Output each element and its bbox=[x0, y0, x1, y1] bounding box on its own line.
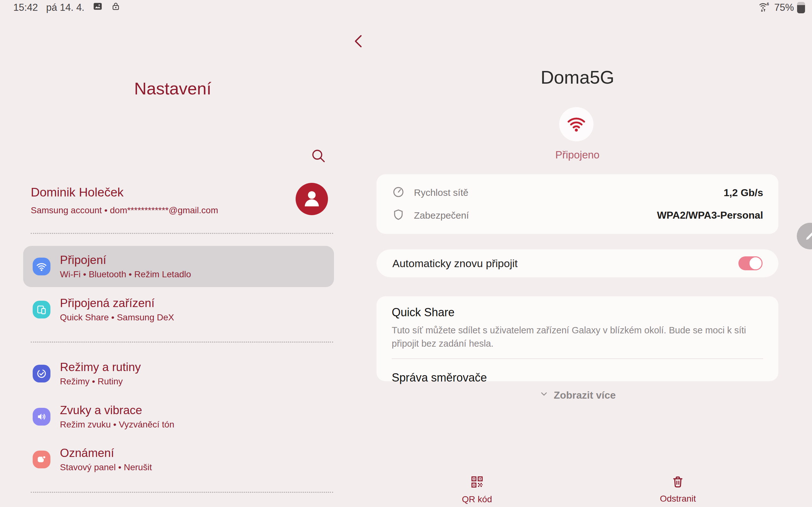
forget-network-label: Odstranit bbox=[660, 494, 696, 504]
menu-item-subtitle: Režim zvuku • Vyzváněcí tón bbox=[60, 419, 174, 430]
security-row: Zabezpečení WPA2/WPA3-Personal bbox=[392, 208, 763, 223]
chevron-down-icon bbox=[539, 389, 549, 401]
qr-code-button[interactable]: QR kód bbox=[376, 475, 577, 504]
auto-reconnect-toggle[interactable] bbox=[739, 257, 763, 270]
battery-percent: 75% bbox=[774, 2, 794, 13]
auto-reconnect-label: Automaticky znovu připojit bbox=[392, 257, 518, 270]
security-value: WPA2/WPA3-Personal bbox=[657, 210, 763, 221]
qr-code-label: QR kód bbox=[462, 494, 492, 504]
svg-text:6: 6 bbox=[767, 2, 769, 6]
divider bbox=[31, 233, 333, 234]
modes-icon bbox=[33, 365, 50, 383]
menu-item-subtitle: Quick Share • Samsung DeX bbox=[60, 313, 174, 323]
show-more-button[interactable]: Zobrazit více bbox=[376, 389, 778, 401]
speedometer-icon bbox=[392, 185, 405, 200]
router-management-item[interactable]: Správa směrovače bbox=[392, 371, 763, 384]
network-name: Doma5G bbox=[376, 66, 778, 88]
edit-fab[interactable] bbox=[797, 223, 812, 249]
sidebar-item-connections[interactable]: Připojení Wi-Fi • Bluetooth • Režim Leta… bbox=[23, 246, 334, 287]
trash-icon bbox=[670, 475, 685, 491]
menu-item-label: Zvuky a vibrace bbox=[60, 404, 174, 417]
menu-item-label: Připojení bbox=[60, 253, 191, 267]
bottom-actions: QR kód Odstranit bbox=[376, 475, 778, 504]
connection-status: Připojeno bbox=[376, 149, 778, 161]
menu-item-label: Připojená zařízení bbox=[60, 297, 174, 310]
devices-icon bbox=[33, 301, 50, 319]
chevron-left-icon bbox=[350, 46, 368, 51]
menu-item-label: Režimy a rutiny bbox=[60, 360, 141, 374]
network-info-card: Rychlost sítě 1,2 Gb/s Zabezpečení WPA2/… bbox=[376, 174, 778, 234]
settings-screen: 15:42 pá 14. 4. 6 75% bbox=[0, 0, 812, 507]
sidebar-item-modes-routines[interactable]: Režimy a rutiny Režimy • Rutiny bbox=[23, 357, 334, 390]
search-icon bbox=[310, 160, 327, 165]
date: pá 14. 4. bbox=[46, 2, 85, 13]
network-speed-value: 1,2 Gb/s bbox=[724, 187, 763, 199]
search-button[interactable] bbox=[310, 148, 327, 164]
show-more-label: Zobrazit více bbox=[554, 389, 616, 401]
shield-icon bbox=[392, 208, 405, 223]
toggle-knob bbox=[749, 257, 763, 270]
wifi6-status-icon: 6 bbox=[758, 1, 771, 14]
divider bbox=[392, 358, 763, 359]
back-button[interactable] bbox=[350, 32, 368, 50]
wifi-icon bbox=[566, 113, 587, 135]
wifi-connected-badge bbox=[559, 107, 594, 141]
screenshot-notification-icon bbox=[93, 1, 103, 14]
quick-share-description: Tuto síť můžete sdílet s uživatelem zaří… bbox=[392, 324, 763, 350]
account-detail: Samsung account • dom************@gmail.… bbox=[31, 205, 218, 216]
sound-icon bbox=[33, 408, 50, 426]
avatar[interactable] bbox=[296, 183, 328, 215]
person-icon bbox=[300, 187, 323, 211]
auto-reconnect-row: Automaticky znovu připojit bbox=[376, 249, 778, 277]
sidebar-item-notifications[interactable]: Oznámení Stavový panel • Nerušit bbox=[23, 443, 334, 475]
network-speed-row: Rychlost sítě 1,2 Gb/s bbox=[392, 185, 763, 200]
quick-share-title[interactable]: Quick Share bbox=[392, 306, 763, 319]
wifi-icon bbox=[33, 258, 50, 275]
notifications-icon bbox=[33, 451, 50, 468]
divider bbox=[31, 342, 333, 343]
forget-network-button[interactable]: Odstranit bbox=[577, 475, 779, 504]
menu-item-subtitle: Wi-Fi • Bluetooth • Režim Letadlo bbox=[60, 269, 191, 279]
account-name[interactable]: Dominik Holeček bbox=[31, 185, 124, 199]
menu-item-subtitle: Stavový panel • Nerušit bbox=[60, 462, 152, 472]
battery-icon bbox=[797, 2, 805, 13]
qr-code-icon bbox=[469, 475, 485, 491]
status-bar: 15:42 pá 14. 4. 6 75% bbox=[0, 0, 812, 15]
divider bbox=[31, 492, 333, 493]
menu-item-label: Oznámení bbox=[60, 447, 152, 460]
security-label: Zabezpečení bbox=[414, 210, 469, 221]
page-title: Nastavení bbox=[134, 78, 211, 98]
clock: 15:42 bbox=[13, 2, 38, 13]
menu-item-subtitle: Režimy • Rutiny bbox=[60, 377, 141, 387]
network-speed-label: Rychlost sítě bbox=[414, 187, 468, 198]
quick-share-card: Quick Share Tuto síť můžete sdílet s uži… bbox=[376, 296, 778, 381]
sidebar-item-connected-devices[interactable]: Připojená zařízení Quick Share • Samsung… bbox=[23, 293, 334, 326]
lock-icon bbox=[111, 2, 120, 14]
sidebar-item-sounds-vibration[interactable]: Zvuky a vibrace Režim zvuku • Vyzváněcí … bbox=[23, 400, 334, 433]
pencil-icon bbox=[803, 228, 812, 244]
